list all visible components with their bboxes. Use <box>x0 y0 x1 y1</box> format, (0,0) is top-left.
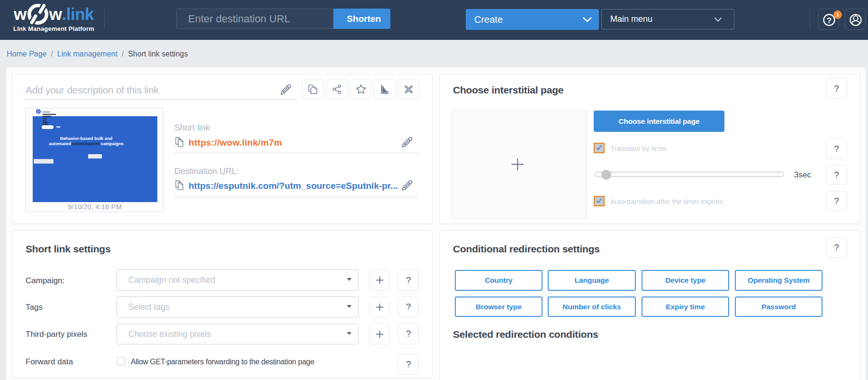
svg-text:?: ? <box>827 16 832 25</box>
